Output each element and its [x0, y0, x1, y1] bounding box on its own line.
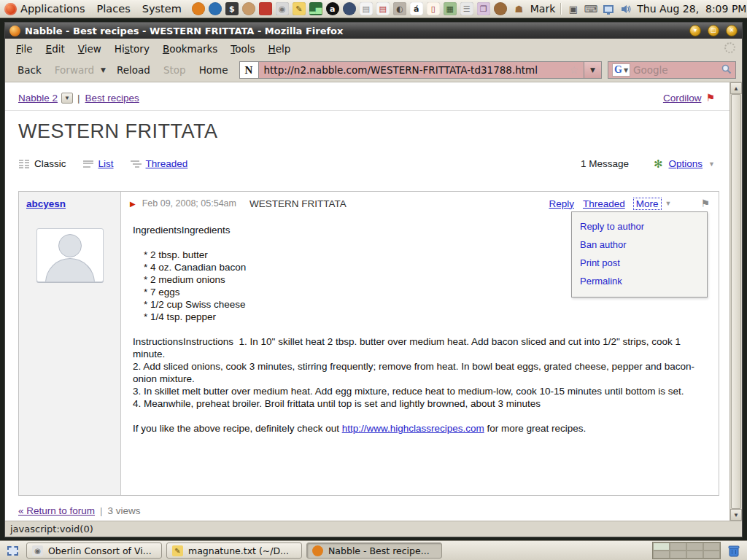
text-editor-launcher-icon[interactable]: ✎: [293, 2, 306, 15]
view-list[interactable]: List: [82, 158, 114, 169]
gray-flag-icon[interactable]: ⚑: [700, 198, 710, 209]
dictionary-launcher-icon[interactable]: ▯: [427, 2, 440, 15]
taskbar-window-button[interactable]: ✎ magnatune.txt (~/D...: [166, 542, 302, 559]
vertical-scrollbar[interactable]: ▲ ▼: [729, 82, 742, 521]
back-button[interactable]: Back: [11, 61, 48, 79]
engine-dropdown-icon: ▼: [624, 67, 628, 74]
message-count: 1 Message: [581, 158, 629, 169]
window-titlebar[interactable]: Nabble - Best recipes - WESTERN FRITTATA…: [5, 23, 742, 39]
home-button[interactable]: Home: [193, 61, 235, 79]
menubar-item[interactable]: File: [9, 40, 39, 58]
more-dropdown-icon[interactable]: ▼: [665, 200, 672, 207]
trash-icon: [727, 544, 740, 558]
return-to-forum-link[interactable]: « Return to forum: [18, 505, 95, 516]
menubar-item[interactable]: Help: [262, 40, 298, 58]
more-menu-item[interactable]: Ban author: [572, 236, 707, 254]
package-launcher-icon[interactable]: ❐: [477, 2, 490, 15]
clock[interactable]: Thu Aug 28, 8:09 PM: [637, 3, 746, 15]
search-engine-selector[interactable]: G ▼: [612, 63, 630, 77]
terminal-launcher-icon[interactable]: $: [225, 2, 239, 15]
thunderbird-launcher-icon[interactable]: [209, 2, 222, 15]
coffee-cup-icon[interactable]: ☗: [513, 3, 525, 15]
workspace-3[interactable]: [686, 542, 703, 551]
amarok-launcher-icon[interactable]: a: [326, 2, 339, 15]
address-book-launcher-icon[interactable]: ☰: [460, 2, 473, 15]
calculator-launcher-icon[interactable]: ▦: [444, 2, 457, 15]
firefox-launcher-icon[interactable]: [192, 2, 205, 15]
threaded-link[interactable]: Threaded: [583, 198, 625, 209]
reload-button[interactable]: Reload: [110, 61, 157, 79]
search-magnifier-icon[interactable]: [721, 64, 732, 77]
stop-button[interactable]: Stop: [157, 61, 193, 79]
menubar-item[interactable]: Bookmarks: [156, 40, 224, 58]
workspace-6[interactable]: [670, 551, 686, 559]
close-button[interactable]: ✕: [726, 25, 738, 36]
gnome-bottom-panel: ◉ Oberlin Consort of Vi... ✎ magnatune.t…: [0, 540, 747, 560]
more-menu-item[interactable]: Print post: [572, 254, 707, 272]
show-desktop-button[interactable]: [3, 542, 22, 559]
coffee-launcher-icon[interactable]: [494, 2, 507, 15]
breadcrumb-site-link[interactable]: Nabble 2: [18, 93, 58, 104]
url-dropdown-button[interactable]: ▼: [584, 61, 602, 79]
workspace-7[interactable]: [686, 551, 703, 559]
workspace-switcher[interactable]: [652, 542, 721, 559]
url-input[interactable]: http://n2.nabble.com/WESTERN-FRITTATA-td…: [258, 61, 584, 79]
taskbar-window-button[interactable]: Nabble - Best recipe...: [306, 542, 442, 559]
view-classic[interactable]: Classic: [18, 158, 66, 169]
panel-menu[interactable]: Places: [97, 3, 131, 15]
workspace-2[interactable]: [670, 542, 686, 551]
author-link[interactable]: abcyesn: [26, 198, 66, 209]
options-dropdown-icon[interactable]: ▼: [708, 160, 715, 168]
scrollbar-thumb[interactable]: [731, 94, 741, 509]
media-device-icon[interactable]: ▣: [567, 3, 579, 15]
reply-link[interactable]: Reply: [549, 198, 574, 209]
system-monitor-launcher-icon[interactable]: ▂▅: [309, 2, 322, 15]
media-app-launcher-icon[interactable]: [259, 2, 272, 15]
scroll-up-button[interactable]: ▲: [730, 82, 742, 94]
panel-menu[interactable]: Applications: [4, 3, 85, 15]
more-menu-item[interactable]: Permalink: [572, 272, 707, 290]
gimp-launcher-icon[interactable]: ◐: [393, 2, 406, 15]
document-find-launcher-icon[interactable]: ▤: [376, 2, 390, 15]
search-input[interactable]: [633, 64, 719, 76]
shell-launcher-icon[interactable]: [242, 2, 255, 15]
window-icon: [9, 26, 20, 36]
red-flag-icon[interactable]: ⚑: [705, 92, 715, 104]
cd-player-launcher-icon[interactable]: ◉: [276, 2, 289, 15]
instruction-line: 4. Meanwhile, preheat broiler. Broil fri…: [133, 397, 707, 410]
minimize-button[interactable]: ▾: [689, 25, 701, 36]
text-editor-task-icon: ✎: [172, 545, 183, 556]
recipes-site-link[interactable]: http://www.highclassrecipes.com: [342, 423, 484, 434]
workspace-5[interactable]: [653, 551, 670, 559]
breadcrumb-forum-link[interactable]: Best recipes: [85, 93, 139, 104]
menubar-item[interactable]: Tools: [224, 40, 261, 58]
forward-button[interactable]: Forward: [48, 61, 101, 79]
workspace-8[interactable]: [703, 551, 720, 559]
character-map-launcher-icon[interactable]: á: [410, 2, 423, 15]
fast-user-switch-label[interactable]: Mark: [530, 3, 556, 15]
workspace-1[interactable]: [653, 542, 670, 551]
maximize-button[interactable]: □: [708, 25, 719, 36]
volume-icon[interactable]: [619, 3, 632, 15]
history-dropdown-icon[interactable]: ▼: [101, 66, 110, 74]
menubar-item[interactable]: Edit: [39, 40, 71, 58]
workspace-4[interactable]: [703, 542, 720, 551]
options-link[interactable]: Options: [669, 158, 703, 169]
menubar-item[interactable]: View: [71, 40, 108, 58]
more-link[interactable]: More: [634, 198, 661, 209]
user-link[interactable]: Cordilow: [663, 93, 702, 104]
site-dropdown-button[interactable]: ▼: [61, 93, 73, 104]
view-threaded[interactable]: Threaded: [130, 158, 188, 169]
web-globe-launcher-icon[interactable]: [343, 2, 356, 15]
taskbar-window-button[interactable]: ◉ Oberlin Consort of Vi...: [26, 542, 162, 559]
panel-menu[interactable]: System: [142, 3, 182, 15]
document-launcher-icon[interactable]: ▤: [360, 2, 373, 15]
trash-applet[interactable]: [725, 542, 743, 559]
more-menu-item[interactable]: Reply to author: [572, 217, 707, 236]
url-text[interactable]: http://n2.nabble.com/WESTERN-FRITTATA-td…: [264, 64, 565, 76]
bookmark-star-icon[interactable]: ☆: [569, 64, 578, 76]
scroll-down-button[interactable]: ▼: [730, 509, 742, 521]
keyboard-icon[interactable]: ⌨: [584, 3, 597, 15]
menubar-item[interactable]: History: [108, 40, 156, 58]
display-icon[interactable]: [602, 3, 614, 15]
